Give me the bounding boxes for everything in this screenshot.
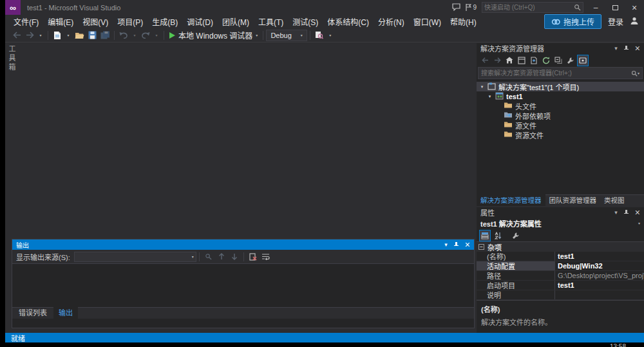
properties-titlebar[interactable]: 属性: [477, 207, 644, 218]
sign-in-link[interactable]: 登录: [608, 16, 623, 27]
output-source-select[interactable]: [74, 252, 196, 262]
window-position-icon[interactable]: [444, 242, 448, 248]
word-wrap-icon[interactable]: [260, 250, 272, 263]
redo-icon[interactable]: [139, 29, 152, 42]
window-position-icon[interactable]: [614, 210, 618, 216]
categorized-view-icon[interactable]: [479, 230, 491, 241]
solution-search-input[interactable]: [481, 70, 631, 77]
properties-icon[interactable]: [565, 55, 576, 66]
user-avatar-icon[interactable]: [630, 16, 639, 28]
quick-launch-input[interactable]: [484, 4, 574, 11]
menu-file[interactable]: 文件(F): [9, 15, 43, 28]
pin-icon[interactable]: [623, 46, 629, 52]
tab-solution-explorer[interactable]: 解决方案资源管理器: [477, 194, 545, 206]
property-row[interactable]: 说明: [477, 290, 644, 300]
menu-build[interactable]: 生成(B): [147, 15, 182, 28]
tab-team-explorer[interactable]: 团队资源管理器: [545, 194, 601, 206]
menu-help[interactable]: 帮助(H): [446, 15, 481, 28]
menu-project[interactable]: 项目(P): [113, 15, 147, 28]
menu-edit[interactable]: 编辑(E): [43, 15, 78, 28]
collapse-all-icon[interactable]: [553, 55, 564, 66]
notifications-button[interactable]: 9: [466, 4, 477, 11]
switch-views-icon[interactable]: [516, 55, 527, 66]
tree-item-project[interactable]: test1: [477, 91, 644, 101]
navigation-dropdown[interactable]: [36, 29, 45, 42]
tab-class-view[interactable]: 类视图: [600, 194, 629, 206]
menu-analyze[interactable]: 分析(N): [374, 15, 409, 28]
property-row[interactable]: 启动项目 test1: [477, 281, 644, 290]
toolbar-overflow-icon[interactable]: [326, 29, 335, 42]
find-in-files-icon[interactable]: [313, 29, 326, 42]
toolbar-separator: [164, 31, 164, 40]
property-value[interactable]: test1: [555, 281, 644, 290]
tree-item-resource-files[interactable]: 资源文件: [477, 130, 644, 140]
save-icon[interactable]: [86, 29, 99, 42]
menu-window[interactable]: 窗口(W): [409, 15, 446, 28]
menu-team[interactable]: 团队(M): [218, 15, 254, 28]
open-file-icon[interactable]: [73, 29, 86, 42]
collapse-icon[interactable]: [478, 244, 484, 250]
solution-search-box[interactable]: [478, 67, 643, 79]
tree-item-source-files[interactable]: 源文件: [477, 120, 644, 130]
solution-configuration-select[interactable]: Debug: [266, 30, 307, 41]
menu-test[interactable]: 测试(S): [288, 15, 323, 28]
menu-view[interactable]: 视图(V): [78, 15, 113, 28]
home-icon[interactable]: [504, 55, 515, 66]
menu-tools[interactable]: 工具(T): [254, 15, 288, 28]
property-value[interactable]: Debug|Win32: [555, 261, 644, 270]
property-row[interactable]: (名称) test1: [477, 252, 644, 261]
alphabetical-sort-icon[interactable]: [492, 230, 504, 241]
property-pages-icon[interactable]: [510, 230, 522, 241]
refresh-icon[interactable]: [540, 55, 552, 66]
property-value[interactable]: [555, 290, 644, 299]
solution-explorer-titlebar[interactable]: 解决方案资源管理器: [477, 43, 644, 53]
sync-with-active-document-icon[interactable]: [528, 55, 540, 66]
close-icon[interactable]: [635, 44, 640, 53]
minimize-button[interactable]: [589, 2, 603, 14]
property-value[interactable]: G:\Desktop\project\VS_proj\: [555, 271, 644, 280]
close-button[interactable]: [627, 2, 641, 14]
new-item-dropdown[interactable]: [64, 29, 73, 42]
menu-architecture[interactable]: 体系结构(C): [323, 15, 374, 28]
find-message-icon[interactable]: [202, 250, 215, 263]
output-titlebar[interactable]: 输出: [12, 239, 474, 250]
start-debug-button[interactable]: 本地 Windows 调试器: [167, 30, 260, 41]
undo-dropdown[interactable]: [130, 29, 139, 42]
close-icon[interactable]: [635, 208, 640, 217]
quick-launch-box[interactable]: [482, 2, 583, 13]
preview-selected-items-icon[interactable]: [577, 55, 589, 66]
output-content[interactable]: [12, 264, 474, 307]
tree-item-header-files[interactable]: 头文件: [477, 101, 644, 111]
navigate-forward-icon[interactable]: [23, 29, 36, 42]
new-project-icon[interactable]: [51, 29, 64, 42]
tree-item-external-dependencies[interactable]: 外部依赖项: [477, 111, 644, 120]
twisty-icon[interactable]: [479, 84, 485, 89]
maximize-button[interactable]: [608, 2, 622, 14]
window-position-icon[interactable]: [614, 46, 618, 52]
redo-dropdown[interactable]: [152, 29, 161, 42]
upload-button[interactable]: 拖拽上传: [544, 14, 601, 29]
close-icon[interactable]: [465, 240, 470, 249]
feedback-icon[interactable]: [452, 2, 460, 14]
pin-icon[interactable]: [623, 210, 629, 216]
properties-object-select[interactable]: test1 解决方案属性: [477, 218, 644, 229]
menu-debug[interactable]: 调试(D): [182, 15, 218, 28]
goto-previous-message-icon[interactable]: [215, 250, 228, 263]
property-row[interactable]: 路径 G:\Desktop\project\VS_proj\: [477, 271, 644, 281]
property-row[interactable]: 活动配置 Debug|Win32: [477, 261, 644, 271]
twisty-icon[interactable]: [487, 94, 493, 99]
clear-all-icon[interactable]: [247, 250, 260, 263]
property-value[interactable]: test1: [555, 252, 644, 261]
save-all-icon[interactable]: [99, 29, 111, 42]
undo-icon[interactable]: [117, 29, 130, 42]
property-category-row[interactable]: 杂项: [477, 242, 644, 252]
navigate-forward-icon[interactable]: [491, 55, 503, 66]
navigate-back-icon[interactable]: [479, 55, 491, 66]
tab-error-list[interactable]: 错误列表: [14, 306, 52, 319]
navigate-back-icon[interactable]: [10, 29, 23, 42]
toolbox-tab[interactable]: 工具箱: [6, 45, 17, 72]
tab-output[interactable]: 输出: [53, 306, 78, 319]
goto-next-message-icon[interactable]: [228, 250, 241, 263]
pin-icon[interactable]: [453, 242, 459, 248]
tree-item-solution[interactable]: 解决方案"test1"(1 个项目): [477, 82, 644, 91]
